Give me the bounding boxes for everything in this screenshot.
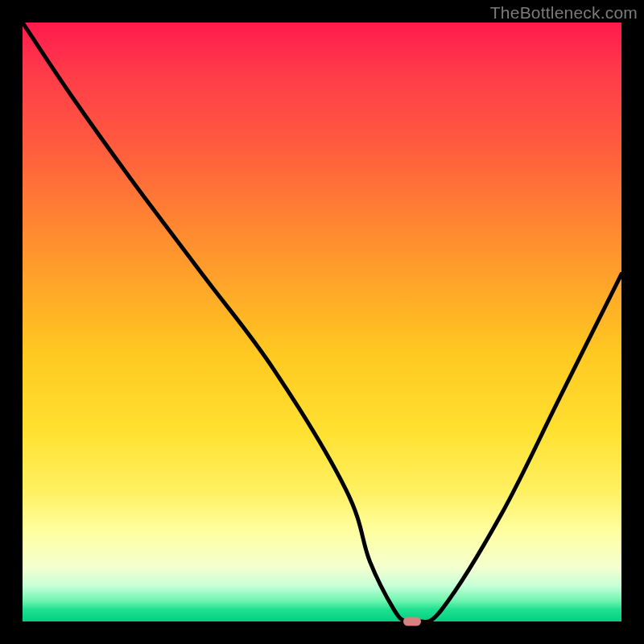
optimum-marker [403, 617, 421, 626]
chart-frame: TheBottleneck.com [0, 0, 644, 644]
bottleneck-curve [23, 23, 621, 621]
watermark-text: TheBottleneck.com [490, 3, 638, 23]
plot-area [23, 23, 621, 621]
curve-svg [23, 23, 621, 621]
